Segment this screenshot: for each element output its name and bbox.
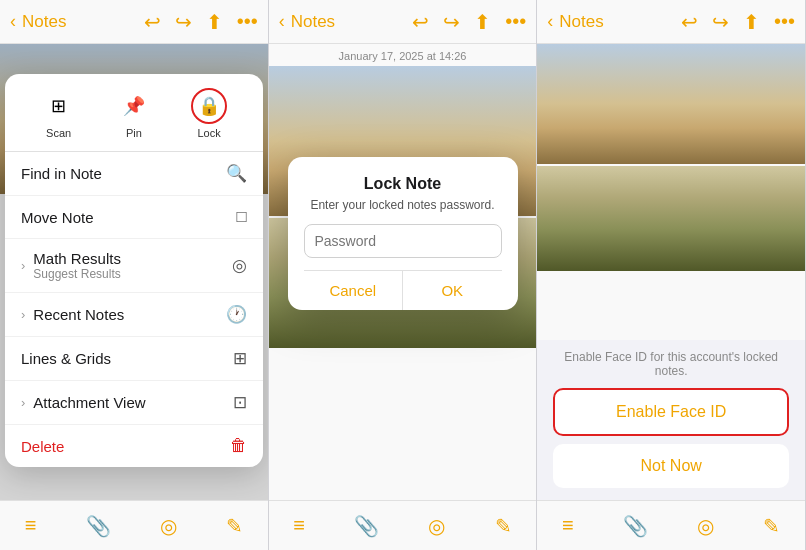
scan-menu-item[interactable]: ⊞ Scan [33,84,85,143]
share-3-icon[interactable]: ⬆ [743,10,760,34]
recent-notes-label: Recent Notes [33,306,124,323]
panel-3: ‹ Notes ↩ ↪ ⬆ ••• Enable Face ID for thi… [537,0,806,550]
delete-label: Delete [21,438,64,455]
panel-3-header: ‹ Notes ↩ ↪ ⬆ ••• [537,0,805,44]
header-icons-3: ↩ ↪ ⬆ ••• [681,10,795,34]
move-note-label: Move Note [21,209,94,226]
delete-item[interactable]: Delete 🗑 [5,425,263,467]
undo-2-icon[interactable]: ↩ [412,10,429,34]
more-3-icon[interactable]: ••• [774,10,795,33]
pin-menu-item[interactable]: 📌 Pin [108,84,160,143]
dialog-overlay: Lock Note Enter your locked notes passwo… [269,66,537,400]
paperclip-2-icon[interactable]: 📎 [354,514,379,538]
lines-grids-item[interactable]: Lines & Grids ⊞ [5,337,263,381]
move-note-item[interactable]: Move Note □ [5,196,263,239]
attachment-view-item[interactable]: › Attachment View ⊡ [5,381,263,425]
dialog-title: Lock Note [304,175,502,193]
list-3-icon[interactable]: ≡ [562,514,574,537]
compose-icon[interactable]: ✎ [226,514,243,538]
redo-2-icon[interactable]: ↪ [443,10,460,34]
attachment-view-label: Attachment View [33,394,145,411]
attachment-view-icon: ⊡ [233,392,247,413]
back-label-2[interactable]: Notes [291,12,335,32]
undo-3-icon[interactable]: ↩ [681,10,698,34]
math-results-label: Math Results [33,250,121,267]
attachment-view-left: › Attachment View [21,394,146,411]
panel-1: ‹ Notes ↩ ↪ ⬆ ••• ⊞ Scan [0,0,269,550]
context-menu: ⊞ Scan 📌 Pin 🔒 Lock Find in Note 🔍 [5,74,263,467]
find-in-note-icon: 🔍 [226,163,247,184]
recent-chevron-icon: › [21,307,25,322]
more-2-icon[interactable]: ••• [505,10,526,33]
compose-2-icon[interactable]: ✎ [495,514,512,538]
lines-grids-left: Lines & Grids [21,350,111,367]
math-chevron-icon: › [21,258,25,273]
lock-note-dialog: Lock Note Enter your locked notes passwo… [288,157,518,310]
find-in-note-item[interactable]: Find in Note 🔍 [5,152,263,196]
pin-label: Pin [126,127,142,139]
back-chevron-2-icon[interactable]: ‹ [279,11,285,32]
recent-notes-left: › Recent Notes [21,306,124,323]
compose-3-icon[interactable]: ✎ [763,514,780,538]
header-left-1: ‹ Notes [10,11,66,32]
lock-label: Lock [197,127,220,139]
redo-3-icon[interactable]: ↪ [712,10,729,34]
location-3-icon[interactable]: ◎ [697,514,714,538]
more-icon[interactable]: ••• [237,10,258,33]
lock-icon: 🔒 [191,88,227,124]
enable-face-id-button[interactable]: Enable Face ID [553,388,789,436]
back-label-1[interactable]: Notes [22,12,66,32]
paperclip-3-icon[interactable]: 📎 [623,514,648,538]
undo-icon[interactable]: ↩ [144,10,161,34]
attachment-chevron-icon: › [21,395,25,410]
find-in-note-label: Find in Note [21,165,102,182]
recent-notes-item[interactable]: › Recent Notes 🕐 [5,293,263,337]
paperclip-icon[interactable]: 📎 [86,514,111,538]
location-icon[interactable]: ◎ [160,514,177,538]
header-icons-2: ↩ ↪ ⬆ ••• [412,10,526,34]
delete-icon: 🗑 [230,436,247,456]
location-2-icon[interactable]: ◎ [428,514,445,538]
scan-icon: ⊞ [41,88,77,124]
pin-icon: 📌 [116,88,152,124]
face-id-section: Enable Face ID for this account's locked… [537,340,805,500]
header-icons-1: ↩ ↪ ⬆ ••• [144,10,258,34]
panel-1-header: ‹ Notes ↩ ↪ ⬆ ••• [0,0,268,44]
panel-2: ‹ Notes ↩ ↪ ⬆ ••• January 17, 2025 at 14… [269,0,538,550]
list-2-icon[interactable]: ≡ [293,514,305,537]
password-input[interactable] [304,224,502,258]
panel-2-toolbar: ≡ 📎 ◎ ✎ [269,500,537,550]
panel-1-content: ⊞ Scan 📌 Pin 🔒 Lock Find in Note 🔍 [0,44,268,500]
menu-top-icons: ⊞ Scan 📌 Pin 🔒 Lock [5,74,263,152]
share-icon[interactable]: ⬆ [206,10,223,34]
math-results-text: Math Results Suggest Results [33,250,121,281]
dialog-subtitle: Enter your locked notes password. [304,198,502,212]
header-left-3: ‹ Notes [547,11,603,32]
face-id-description: Enable Face ID for this account's locked… [553,350,789,378]
note-image-3-top [537,44,805,164]
back-label-3[interactable]: Notes [559,12,603,32]
move-note-left: Move Note [21,209,94,226]
dialog-buttons: Cancel OK [304,270,502,310]
list-icon[interactable]: ≡ [25,514,37,537]
math-results-item[interactable]: › Math Results Suggest Results ◎ [5,239,263,293]
math-results-icon: ◎ [232,255,247,276]
share-2-icon[interactable]: ⬆ [474,10,491,34]
scan-label: Scan [46,127,71,139]
redo-icon[interactable]: ↪ [175,10,192,34]
back-chevron-icon[interactable]: ‹ [10,11,16,32]
header-left-2: ‹ Notes [279,11,335,32]
panel-2-content: Lock Note Enter your locked notes passwo… [269,66,537,500]
ok-button[interactable]: OK [403,271,502,310]
not-now-button[interactable]: Not Now [553,444,789,488]
cancel-button[interactable]: Cancel [304,271,404,310]
recent-notes-icon: 🕐 [226,304,247,325]
delete-left: Delete [21,438,64,455]
date-label: January 17, 2025 at 14:26 [269,44,537,66]
math-results-left: › Math Results Suggest Results [21,250,121,281]
back-chevron-3-icon[interactable]: ‹ [547,11,553,32]
panel-3-toolbar: ≡ 📎 ◎ ✎ [537,500,805,550]
lock-menu-item[interactable]: 🔒 Lock [183,84,235,143]
panel-3-content: Enable Face ID for this account's locked… [537,44,805,500]
lines-grids-icon: ⊞ [233,348,247,369]
